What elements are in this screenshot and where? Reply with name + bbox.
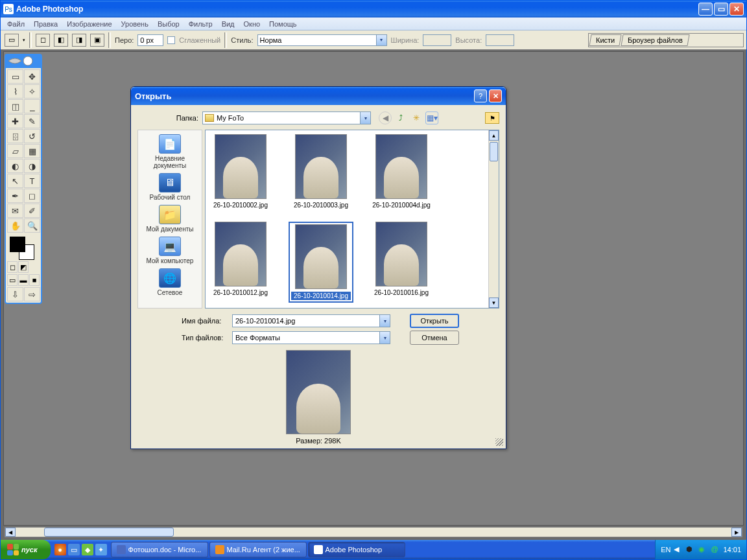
tray-icon[interactable]: @ <box>711 545 720 554</box>
firefox-icon[interactable]: ● <box>54 544 66 555</box>
eraser-tool[interactable]: ▱ <box>7 144 23 158</box>
maximize-button[interactable]: ▭ <box>714 3 728 16</box>
lasso-tool[interactable]: ⌇ <box>7 84 23 99</box>
crop-tool[interactable]: ◫ <box>7 99 23 113</box>
heal-tool[interactable]: ✚ <box>7 114 23 128</box>
path-tool[interactable]: ↖ <box>7 174 23 188</box>
app-icon[interactable]: ✦ <box>95 544 107 555</box>
slice-tool[interactable]: ⎯ <box>24 99 40 113</box>
screen-full-menu-icon[interactable]: ▬ <box>18 274 29 286</box>
file-browser-tab[interactable]: Броузер файлов <box>621 34 690 46</box>
language-indicator[interactable]: EN <box>661 546 670 554</box>
new-folder-icon[interactable]: ✳ <box>410 111 423 124</box>
place-network[interactable]: 🌐 Сетевое <box>139 268 200 296</box>
task-word[interactable]: Фотошоп.doc - Micro... <box>111 542 208 557</box>
scroll-thumb[interactable] <box>44 528 174 537</box>
scroll-down-icon[interactable]: ▼ <box>489 298 499 308</box>
minimize-button[interactable]: — <box>698 3 713 16</box>
menu-edit[interactable]: Правка <box>30 19 62 29</box>
screen-std-icon[interactable]: ▭ <box>7 274 18 286</box>
tray-icon[interactable]: ◉ <box>698 545 707 554</box>
open-button[interactable]: Открыть <box>410 314 459 328</box>
selection-add-icon[interactable]: ◧ <box>54 34 68 47</box>
dialog-help-button[interactable]: ? <box>474 89 487 102</box>
back-icon[interactable]: ◀ <box>379 111 392 124</box>
filename-input[interactable]: 26-10-2010014.jpg ▾ <box>232 314 390 327</box>
resize-grip-icon[interactable] <box>495 438 503 446</box>
selection-subtract-icon[interactable]: ◨ <box>72 34 86 47</box>
close-button[interactable]: ✕ <box>729 3 744 16</box>
standard-mode-icon[interactable]: ◻ <box>7 261 18 273</box>
antialias-checkbox[interactable] <box>167 36 175 44</box>
filetype-select[interactable]: Все Форматы ▾ <box>232 331 390 344</box>
feather-input[interactable] <box>137 34 163 46</box>
file-list[interactable]: 26-10-2010002.jpg 26-10-2010003.jpg 26-1… <box>205 130 499 309</box>
dialog-close-button[interactable]: ✕ <box>489 89 502 102</box>
menu-help[interactable]: Помощь <box>265 19 301 29</box>
brush-tool[interactable]: ✎ <box>24 114 40 128</box>
place-mycomputer[interactable]: 💻 Мой компьютер <box>139 237 200 264</box>
scroll-right-icon[interactable]: ▶ <box>731 528 742 537</box>
shape-tool[interactable]: ◻ <box>24 189 40 203</box>
task-photoshop[interactable]: Adobe Photoshop <box>308 542 405 557</box>
scroll-thumb[interactable] <box>490 142 498 161</box>
up-icon[interactable]: ⤴ <box>394 111 407 124</box>
menu-view[interactable]: Вид <box>218 19 239 29</box>
stamp-tool[interactable]: ⌹ <box>7 129 23 143</box>
blur-tool[interactable]: ◐ <box>7 159 23 173</box>
cancel-button[interactable]: Отмена <box>410 331 459 345</box>
style-select[interactable]: Норма ▾ <box>257 34 387 46</box>
file-item[interactable]: 26-10-2010016.jpg <box>369 222 434 303</box>
menu-layer[interactable]: Уровень <box>117 19 152 29</box>
color-swatches[interactable] <box>7 234 40 260</box>
foreground-color-swatch[interactable] <box>10 237 25 252</box>
marquee-tool-indicator[interactable]: ▭ <box>5 34 19 47</box>
task-mailru[interactable]: Mail.Ru Агент (2 жие... <box>209 542 307 557</box>
zoom-tool[interactable]: 🔍 <box>24 218 40 233</box>
gradient-tool[interactable]: ▦ <box>24 144 40 158</box>
pen-tool[interactable]: ✒ <box>7 189 23 203</box>
type-tool[interactable]: T <box>24 174 40 188</box>
quickmask-mode-icon[interactable]: ◩ <box>18 261 29 273</box>
menu-select[interactable]: Выбор <box>154 19 184 29</box>
history-brush-tool[interactable]: ↺ <box>24 129 40 143</box>
place-recent[interactable]: 📄 Недавние документы <box>139 134 200 169</box>
menu-file[interactable]: Файл <box>3 19 29 29</box>
hand-tool[interactable]: ✋ <box>7 218 23 233</box>
wand-tool[interactable]: ✧ <box>24 84 40 99</box>
flag-icon[interactable]: ⚑ <box>485 112 499 124</box>
dodge-tool[interactable]: ◑ <box>24 159 40 173</box>
place-desktop[interactable]: 🖥 Рабочий стол <box>139 173 200 201</box>
menu-filter[interactable]: Фильтр <box>185 19 217 29</box>
selection-intersect-icon[interactable]: ▣ <box>90 34 104 47</box>
marquee-tool[interactable]: ▭ <box>7 69 23 84</box>
jump-to-imageready-icon[interactable]: ⇩ <box>7 287 23 301</box>
app-icon[interactable]: ◆ <box>82 544 93 555</box>
file-item-selected[interactable]: 26-10-2010014.jpg <box>289 222 353 303</box>
show-desktop-icon[interactable]: ▭ <box>68 544 80 555</box>
file-scrollbar[interactable]: ▲ ▼ <box>488 130 499 308</box>
file-item[interactable]: 26-10-2010004d.jpg <box>369 134 434 209</box>
move-tool[interactable]: ✥ <box>24 69 40 84</box>
eyedropper-tool[interactable]: ✐ <box>24 204 40 218</box>
jump-to-icon[interactable]: ⇨ <box>24 287 40 301</box>
file-item[interactable]: 26-10-2010002.jpg <box>208 134 273 209</box>
scroll-left-icon[interactable]: ◀ <box>5 528 16 537</box>
clock[interactable]: 14:01 <box>723 546 741 554</box>
file-item[interactable]: 26-10-2010003.jpg <box>289 134 353 209</box>
menu-image[interactable]: Изображение <box>63 19 115 29</box>
start-button[interactable]: пуск <box>1 540 51 559</box>
folder-combo[interactable]: My FoTo ▾ <box>202 111 371 124</box>
workspace-scrollbar[interactable]: ◀ ▶ <box>5 527 742 537</box>
tray-icon[interactable]: ⬢ <box>686 545 695 554</box>
file-item[interactable]: 26-10-2010012.jpg <box>208 222 273 303</box>
brushes-tab[interactable]: Кисти <box>589 34 621 46</box>
scroll-up-icon[interactable]: ▲ <box>489 130 499 141</box>
selection-new-icon[interactable]: ◻ <box>36 34 50 47</box>
tray-icon[interactable]: ◀ <box>674 545 683 554</box>
place-mydocs[interactable]: 📁 Мой дакументы <box>139 205 200 233</box>
view-menu-icon[interactable]: ▦▾ <box>425 111 438 124</box>
notes-tool[interactable]: ✉ <box>7 204 23 218</box>
screen-full-icon[interactable]: ■ <box>29 274 40 286</box>
menu-window[interactable]: Окно <box>240 19 265 29</box>
